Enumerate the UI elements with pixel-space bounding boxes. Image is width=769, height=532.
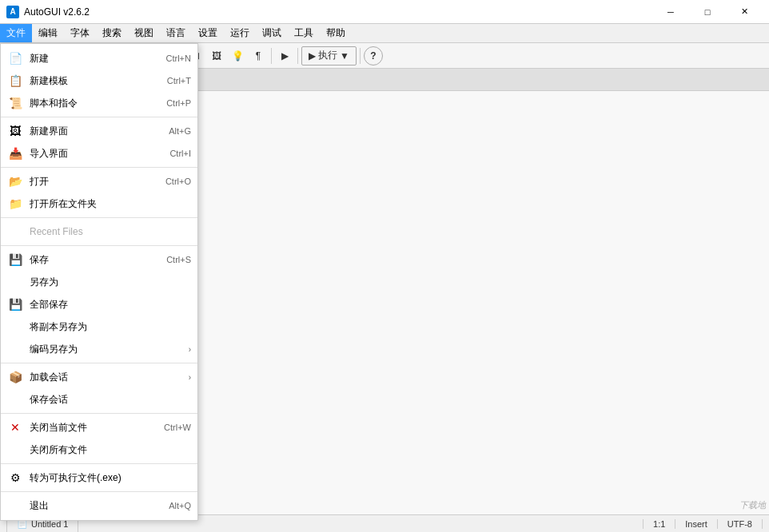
menu-save-encoding[interactable]: 编码另存为 ›	[1, 338, 197, 360]
to-exe-icon: ⚙	[7, 470, 23, 486]
menu-search[interactable]: 搜索	[96, 24, 128, 42]
new-shortcut: Ctrl+N	[166, 54, 191, 63]
exec-icon: ▶	[309, 50, 316, 62]
sep-4	[1, 245, 197, 246]
new-template-shortcut: Ctrl+T	[167, 76, 191, 85]
menu-save-session[interactable]: 保存会话	[1, 388, 197, 411]
close-button[interactable]: ✕	[726, 0, 763, 24]
menu-new-template[interactable]: 📋 新建模板 Ctrl+T	[1, 69, 197, 92]
menu-open-folder[interactable]: 📁 打开所在文件夹	[1, 193, 197, 215]
open-label: 打开	[30, 175, 49, 189]
open-shortcut: Ctrl+O	[165, 177, 191, 186]
save-icon: 💾	[7, 252, 23, 268]
menu-font[interactable]: 字体	[64, 24, 96, 42]
save-shortcut: Ctrl+S	[166, 255, 191, 264]
toolbar-sep-6	[360, 48, 361, 64]
maximize-button[interactable]: □	[689, 0, 726, 24]
menu-import-ui[interactable]: 📥 导入界面 Ctrl+I	[1, 142, 197, 165]
menu-save-as[interactable]: 另存为	[1, 271, 197, 293]
open-folder-icon: 📁	[7, 196, 23, 212]
position-value: 1:1	[653, 519, 665, 529]
sep-2	[1, 167, 197, 168]
menu-bar: 文件 编辑 字体 搜索 视图 语言 设置 运行 调试 工具 帮助	[0, 24, 769, 43]
menu-save[interactable]: 💾 保存 Ctrl+S	[1, 248, 197, 271]
menu-save-all[interactable]: 💾 全部保存	[1, 293, 197, 316]
menu-debug[interactable]: 调试	[256, 24, 288, 42]
import-ui-icon: 📥	[7, 145, 23, 161]
light-btn[interactable]: 💡	[228, 46, 247, 66]
sep-3	[1, 217, 197, 218]
close-current-label: 关闭当前文件	[30, 421, 87, 435]
open-icon: 📂	[7, 173, 23, 189]
save-as-label: 另存为	[30, 276, 58, 289]
menu-new-ui[interactable]: 🖼 新建界面 Alt+G	[1, 120, 197, 142]
help-btn[interactable]: ?	[364, 46, 383, 66]
status-position: 1:1	[643, 519, 675, 529]
save-all-icon: 💾	[7, 296, 23, 312]
toolbar-sep-4	[271, 48, 272, 64]
sep-5	[1, 363, 197, 363]
close-all-label: 关闭所有文件	[30, 443, 87, 457]
save-copy-label: 将副本另存为	[30, 320, 87, 334]
script-shortcut: Ctrl+P	[166, 98, 191, 108]
menu-tools[interactable]: 工具	[288, 24, 320, 42]
menu-new[interactable]: 📄 新建 Ctrl+N	[1, 47, 197, 69]
sep-1	[1, 117, 197, 117]
exec-label: 执行	[318, 49, 337, 62]
exit-shortcut: Alt+Q	[169, 501, 191, 510]
app-icon: A	[6, 6, 19, 18]
save-label: 保存	[30, 253, 49, 267]
save-session-label: 保存会话	[30, 393, 68, 407]
menu-file[interactable]: 文件	[0, 24, 32, 42]
import-ui-label: 导入界面	[30, 147, 68, 161]
menu-language[interactable]: 语言	[160, 24, 192, 42]
save-encoding-label: 编码另存为	[30, 343, 78, 356]
play-btn[interactable]: ▶	[275, 46, 294, 66]
save-encoding-arrow: ›	[189, 345, 191, 354]
open-folder-label: 打开所在文件夹	[30, 197, 97, 211]
save-all-label: 全部保存	[30, 298, 68, 312]
exit-label: 退出	[30, 499, 49, 513]
encoding-value: UTF-8	[727, 519, 752, 529]
new-ui-shortcut: Alt+G	[169, 126, 191, 136]
menu-script-command[interactable]: 📜 脚本和指令 Ctrl+P	[1, 92, 197, 114]
minimize-button[interactable]: ─	[652, 0, 689, 24]
sep-7	[1, 463, 197, 464]
sep-6	[1, 413, 197, 414]
new-label: 新建	[30, 52, 49, 66]
window-controls: ─ □ ✕	[652, 0, 763, 24]
import-ui-shortcut: Ctrl+I	[169, 149, 191, 158]
toolbar-sep-5	[297, 48, 298, 64]
img-btn[interactable]: 🖼	[207, 46, 226, 66]
script-label: 脚本和指令	[30, 97, 78, 110]
menu-exit[interactable]: 退出 Alt+Q	[1, 494, 197, 517]
para-btn[interactable]: ¶	[249, 46, 268, 66]
menu-recent-files: Recent Files	[1, 220, 197, 243]
mode-value: Insert	[685, 519, 707, 529]
menu-help[interactable]: 帮助	[320, 24, 352, 42]
script-icon: 📜	[7, 95, 23, 111]
menu-close-current[interactable]: ✕ 关闭当前文件 Ctrl+W	[1, 416, 197, 439]
close-current-icon: ✕	[7, 419, 23, 435]
new-template-icon: 📋	[7, 73, 23, 89]
close-current-shortcut: Ctrl+W	[164, 423, 191, 432]
to-exe-label: 转为可执行文件(.exe)	[30, 471, 122, 485]
status-right: 1:1 Insert UTF-8	[643, 519, 763, 529]
new-icon: 📄	[7, 50, 23, 66]
sep-8	[1, 491, 197, 492]
menu-to-exe[interactable]: ⚙ 转为可执行文件(.exe)	[1, 466, 197, 489]
app-title: AutoGUI v2.6.2	[24, 6, 652, 18]
exec-button[interactable]: ▶ 执行 ▼	[301, 46, 357, 66]
file-dropdown-menu: 📄 新建 Ctrl+N 📋 新建模板 Ctrl+T 📜 脚本和指令 Ctrl+P…	[0, 43, 198, 521]
menu-open[interactable]: 📂 打开 Ctrl+O	[1, 170, 197, 193]
menu-close-all[interactable]: 关闭所有文件	[1, 439, 197, 461]
menu-edit[interactable]: 编辑	[32, 24, 64, 42]
title-bar: A AutoGUI v2.6.2 ─ □ ✕	[0, 0, 769, 24]
menu-settings[interactable]: 设置	[192, 24, 224, 42]
load-session-label: 加载会话	[30, 371, 68, 384]
menu-save-copy[interactable]: 将副本另存为	[1, 316, 197, 338]
load-session-arrow: ›	[189, 373, 191, 382]
menu-run[interactable]: 运行	[224, 24, 256, 42]
menu-load-session[interactable]: 📦 加载会话 ›	[1, 366, 197, 388]
menu-view[interactable]: 视图	[128, 24, 160, 42]
